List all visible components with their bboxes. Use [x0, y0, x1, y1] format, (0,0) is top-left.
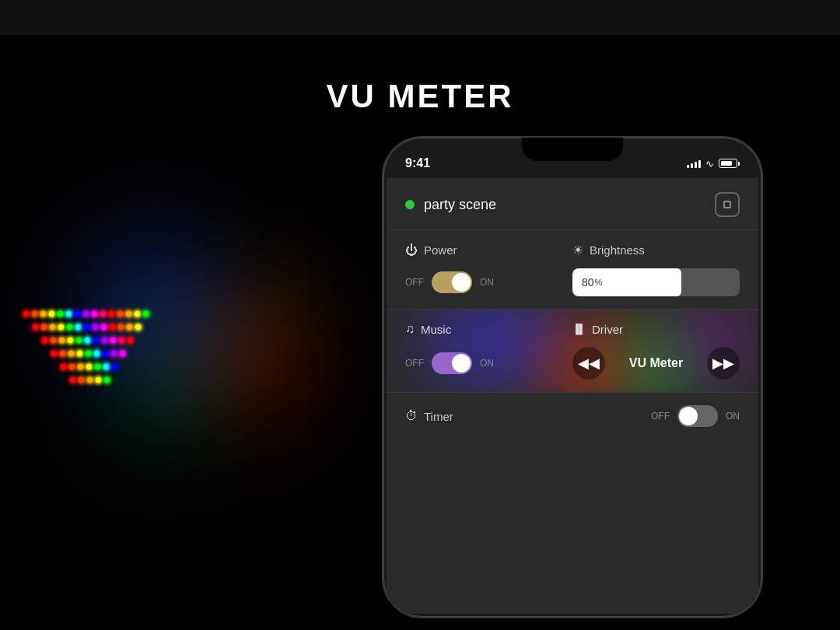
scene-active-dot	[405, 200, 415, 209]
led-dot	[110, 324, 115, 330]
stop-icon	[723, 201, 731, 208]
music-toggle[interactable]	[432, 352, 472, 374]
led-dot	[93, 324, 98, 330]
power-label-row: ⏻ Power	[405, 243, 572, 257]
led-strip-row	[42, 338, 152, 343]
led-dot	[32, 311, 37, 317]
brightness-value: 80%	[572, 268, 681, 296]
scene-header: party scene	[387, 178, 758, 230]
driver-label-row: ▐▌ Driver	[572, 322, 740, 336]
timer-toggle[interactable]	[677, 405, 718, 427]
led-dot	[78, 364, 83, 369]
led-dot	[118, 324, 124, 330]
battery-fill	[721, 161, 732, 166]
driver-icon: ▐▌	[572, 324, 586, 334]
music-driver-section: ♫ Music ▐▌ Driver OFF	[387, 310, 758, 393]
timer-toggle-wrap: OFF ON	[651, 405, 740, 427]
music-content: ♫ Music ▐▌ Driver OFF	[405, 322, 740, 380]
led-strip-row	[70, 377, 152, 383]
led-dot	[60, 351, 65, 356]
led-dot	[69, 364, 75, 369]
led-dot	[111, 351, 117, 356]
timer-toggle-thumb	[679, 407, 698, 425]
power-toggle[interactable]	[432, 271, 472, 293]
led-dot	[93, 338, 99, 343]
status-time: 9:41	[405, 156, 430, 170]
signal-bar-1	[687, 165, 689, 168]
music-label: Music	[421, 323, 451, 336]
page-title: VU METER	[0, 78, 840, 115]
led-dot	[94, 351, 100, 356]
phone-screen: party scene ⏻ Power ☀ Brightness	[387, 178, 758, 614]
brightness-control[interactable]: 80%	[572, 268, 740, 296]
led-dot	[117, 311, 123, 317]
driver-label: Driver	[592, 323, 623, 336]
led-dot	[61, 364, 66, 369]
led-dot	[128, 338, 133, 343]
scene-name: party scene	[424, 197, 496, 213]
led-strip-row	[23, 311, 152, 317]
led-dot	[127, 324, 132, 330]
driver-next-button[interactable]: ▶▶	[707, 347, 740, 380]
battery-tip	[738, 162, 740, 166]
brightness-slider[interactable]: 80%	[572, 268, 740, 296]
power-on-label: ON	[480, 277, 494, 288]
phone-notch	[522, 138, 623, 161]
wifi-icon: ∿	[705, 158, 714, 170]
timer-label-row: ⏱ Timer	[405, 409, 539, 423]
led-dot	[87, 377, 93, 383]
music-on-label: ON	[480, 358, 494, 369]
led-dot	[103, 351, 108, 356]
power-icon: ⏻	[405, 243, 418, 257]
brightness-label: Brightness	[590, 243, 645, 257]
led-dot	[95, 364, 100, 369]
power-label: Power	[424, 243, 457, 257]
led-dot	[75, 324, 81, 330]
led-dot	[120, 351, 125, 356]
driver-controls: ◀◀ VU Meter ▶▶	[572, 347, 740, 380]
music-off-label: OFF	[405, 358, 424, 369]
md-labels: ♫ Music ▐▌ Driver	[405, 322, 740, 336]
led-dot	[67, 324, 72, 330]
timer-off-label: OFF	[651, 411, 670, 422]
led-dot	[77, 351, 82, 356]
signal-bar-3	[695, 162, 697, 168]
music-toggle-wrap: OFF ON	[405, 352, 572, 374]
music-toggle-thumb	[452, 354, 471, 373]
led-strip-row	[51, 351, 152, 356]
led-dot	[75, 311, 80, 317]
led-dot	[68, 338, 73, 343]
led-dot	[84, 324, 89, 330]
power-control: OFF ON	[405, 271, 572, 293]
led-dot	[86, 364, 92, 369]
driver-prev-button[interactable]: ◀◀	[572, 347, 605, 380]
phone-body: 9:41 ∿	[382, 136, 763, 618]
led-dot	[126, 311, 131, 317]
led-dot	[59, 338, 65, 343]
led-dot	[110, 338, 116, 343]
led-strip-row	[33, 324, 152, 330]
led-dot	[85, 338, 90, 343]
led-dot	[68, 351, 74, 356]
scene-stop-button[interactable]	[715, 192, 740, 217]
led-strips	[23, 311, 152, 390]
led-dot	[135, 324, 141, 330]
pb-controls: OFF ON 80%	[405, 268, 740, 296]
led-dot	[41, 324, 47, 330]
power-off-label: OFF	[405, 277, 424, 288]
next-icon: ▶▶	[712, 355, 734, 372]
power-toggle-thumb	[452, 273, 471, 292]
led-dot	[66, 311, 72, 317]
led-dot	[51, 351, 57, 356]
pb-labels: ⏻ Power ☀ Brightness	[405, 243, 740, 257]
music-label-row: ♫ Music	[405, 322, 572, 336]
led-dot	[49, 311, 54, 317]
status-icons: ∿	[687, 158, 740, 170]
led-dot	[109, 311, 114, 317]
led-dot	[33, 324, 38, 330]
led-dot	[101, 324, 107, 330]
timer-label: Timer	[424, 410, 453, 423]
led-dot	[104, 377, 110, 383]
led-dot	[112, 364, 117, 369]
timer-icon: ⏱	[405, 409, 418, 423]
